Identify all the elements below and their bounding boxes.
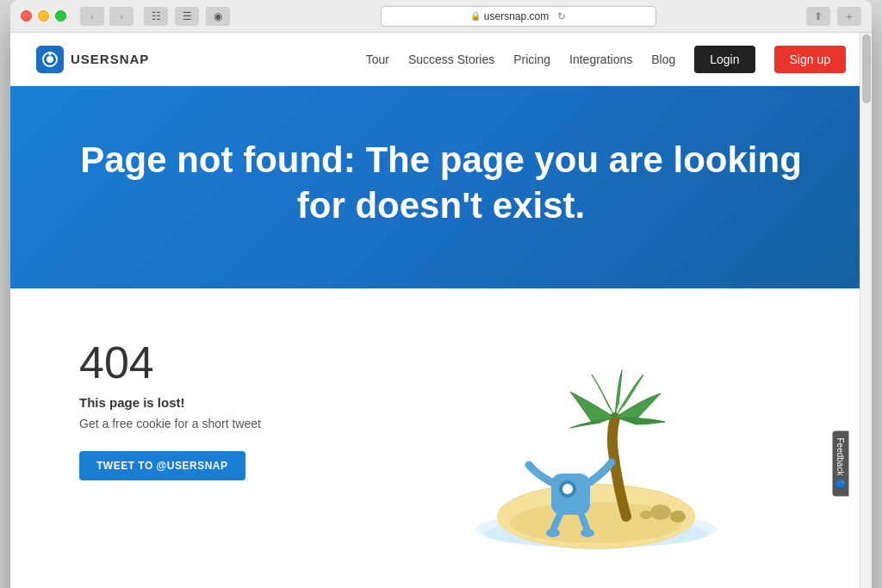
address-bar-wrap: 🔒 usersnap.com ↻ bbox=[230, 6, 806, 27]
svg-point-1 bbox=[47, 56, 53, 63]
close-button[interactable] bbox=[21, 10, 32, 22]
nav-integrations[interactable]: Integrations bbox=[569, 53, 632, 66]
hero-title: Page not found: The page you are looking… bbox=[79, 138, 803, 228]
hero-section: Page not found: The page you are looking… bbox=[10, 86, 872, 288]
site-header: USERSNAP Tour Success Stories Pricing In… bbox=[10, 33, 872, 86]
share-button[interactable]: ⬆ bbox=[806, 7, 830, 26]
nav-pricing[interactable]: Pricing bbox=[513, 53, 550, 66]
error-code: 404 bbox=[79, 340, 355, 385]
minimize-button[interactable] bbox=[38, 10, 49, 22]
scrollbar-thumb[interactable] bbox=[862, 34, 871, 103]
signup-button[interactable]: Sign up bbox=[774, 46, 846, 73]
mac-window: ‹ › ☷ ☰ ◉ 🔒 usersnap.com ↻ ⬆ + bbox=[10, 0, 872, 588]
lost-desc: Get a free cookie for a short tweet bbox=[79, 417, 355, 430]
feedback-label: Feedback bbox=[836, 438, 846, 476]
svg-point-13 bbox=[562, 484, 573, 494]
nav-blog[interactable]: Blog bbox=[651, 53, 675, 66]
reload-icon[interactable]: ↻ bbox=[557, 10, 566, 22]
traffic-lights bbox=[21, 10, 66, 22]
tab-button[interactable]: ☷ bbox=[144, 7, 168, 26]
tweet-button[interactable]: TWEET TO @USERSNAP bbox=[79, 451, 245, 480]
scrollbar[interactable] bbox=[860, 33, 872, 588]
svg-point-10 bbox=[640, 511, 652, 519]
login-button[interactable]: Login bbox=[694, 46, 755, 73]
reading-list-icon[interactable]: ☰ bbox=[175, 7, 199, 26]
back-button[interactable]: ‹ bbox=[80, 7, 104, 26]
address-bar[interactable]: 🔒 usersnap.com ↻ bbox=[381, 6, 656, 27]
svg-point-9 bbox=[670, 511, 686, 523]
instapaper-icon[interactable]: ◉ bbox=[206, 7, 230, 26]
forward-button[interactable]: › bbox=[109, 7, 134, 26]
site-nav: Tour Success Stories Pricing Integration… bbox=[366, 46, 846, 73]
content-left: 404 This page is lost! Get a free cookie… bbox=[79, 331, 355, 480]
svg-point-15 bbox=[581, 529, 594, 537]
feedback-tab[interactable]: Feedback 🔵 bbox=[833, 431, 849, 497]
feedback-icon: 🔵 bbox=[836, 479, 846, 489]
main-content: 404 This page is lost! Get a free cookie… bbox=[10, 288, 872, 588]
browser-nav: ‹ › bbox=[80, 7, 134, 26]
title-bar-right: ⬆ + bbox=[806, 7, 861, 26]
svg-point-14 bbox=[546, 529, 560, 537]
lock-icon: 🔒 bbox=[470, 11, 481, 21]
logo-icon bbox=[36, 46, 64, 73]
new-tab-button[interactable]: + bbox=[837, 7, 861, 26]
svg-point-2 bbox=[49, 53, 52, 55]
site-content: USERSNAP Tour Success Stories Pricing In… bbox=[10, 33, 872, 588]
lost-title: This page is lost! bbox=[79, 395, 355, 410]
logo-text: USERSNAP bbox=[71, 52, 149, 66]
nav-tour[interactable]: Tour bbox=[366, 53, 389, 66]
svg-point-8 bbox=[650, 504, 671, 520]
url-text: usersnap.com bbox=[484, 10, 549, 22]
toolbar-icons: ☷ ☰ ◉ bbox=[144, 7, 230, 26]
nav-success-stories[interactable]: Success Stories bbox=[408, 53, 494, 66]
island-svg bbox=[458, 331, 734, 555]
title-bar: ‹ › ☷ ☰ ◉ 🔒 usersnap.com ↻ ⬆ + bbox=[10, 0, 872, 33]
maximize-button[interactable] bbox=[55, 10, 66, 22]
island-illustration bbox=[389, 331, 803, 573]
site-logo[interactable]: USERSNAP bbox=[36, 46, 149, 73]
